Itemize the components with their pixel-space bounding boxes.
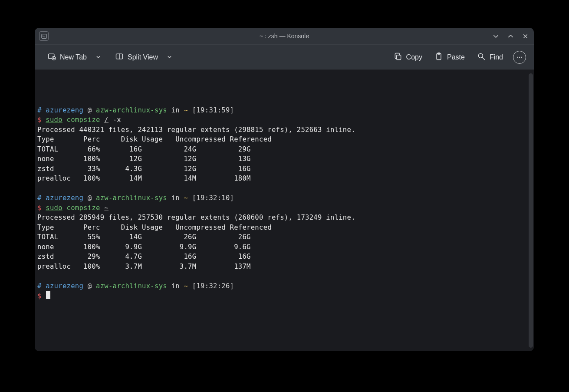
cmd-arg: ~ <box>104 204 109 212</box>
prompt-host: azw-archlinux-sys <box>96 282 167 290</box>
minimize-button[interactable] <box>491 32 500 40</box>
cmd-sudo: sudo <box>46 116 62 124</box>
output-line: zstd 29% 4.7G 16G 16G <box>37 252 531 262</box>
new-tab-icon <box>47 52 56 63</box>
svg-rect-0 <box>41 34 46 38</box>
prompt-user: azurezeng <box>46 194 83 202</box>
prompt-path: ~ <box>184 282 188 290</box>
paste-label: Paste <box>447 53 465 61</box>
cmd-arg: / <box>104 116 109 124</box>
svg-rect-5 <box>396 55 401 59</box>
copy-button[interactable]: Copy <box>389 49 427 66</box>
command-line: $ <box>37 291 531 301</box>
svg-line-9 <box>482 57 484 59</box>
copy-label: Copy <box>406 53 422 61</box>
prompt-path: ~ <box>184 106 188 114</box>
close-button[interactable] <box>521 32 530 40</box>
svg-point-8 <box>478 53 483 58</box>
maximize-button[interactable] <box>506 32 515 40</box>
terminal-view[interactable]: # azurezeng @ azw-archlinux-sys in ~ [19… <box>35 70 534 351</box>
prompt-line: # azurezeng @ azw-archlinux-sys in ~ [19… <box>37 105 531 115</box>
cmd-flags: -x <box>109 116 121 124</box>
prompt-time: [19:32:26] <box>188 282 234 290</box>
window-title: ~ : zsh — Konsole <box>35 33 534 40</box>
output-line: prealloc 100% 3.7M 3.7M 137M <box>37 262 531 272</box>
command-line: $ sudo compsize ~ <box>37 203 531 213</box>
output-line: none 100% 9.9G 9.9G 9.6G <box>37 242 531 252</box>
prompt-dollar: $ <box>37 292 42 300</box>
output-line: Processed 440321 files, 242113 regular e… <box>37 125 531 135</box>
svg-point-11 <box>519 56 520 57</box>
titlebar: ~ : zsh — Konsole <box>35 28 534 45</box>
prompt-host: azw-archlinux-sys <box>96 106 167 114</box>
output-line: prealloc 100% 14M 14M 180M <box>37 174 531 184</box>
prompt-hash: # <box>37 194 42 202</box>
prompt-user: azurezeng <box>46 106 83 114</box>
cmd-name: compsize <box>67 116 100 124</box>
scrollbar[interactable] <box>529 73 533 348</box>
cmd-sudo: sudo <box>46 204 62 212</box>
prompt-dollar: $ <box>37 204 42 212</box>
svg-point-12 <box>521 56 522 57</box>
prompt-user: azurezeng <box>46 282 83 290</box>
overflow-menu-button[interactable] <box>513 51 526 64</box>
output-line: TOTAL 55% 14G 26G 26G <box>37 232 531 242</box>
output-line: Processed 285949 files, 257530 regular e… <box>37 213 531 223</box>
find-button[interactable]: Find <box>472 49 508 66</box>
new-tab-label: New Tab <box>60 53 87 61</box>
split-view-icon <box>115 52 124 63</box>
split-view-label: Split View <box>128 53 158 61</box>
prompt-time: [19:31:59] <box>188 106 234 114</box>
prompt-hash: # <box>37 106 42 114</box>
output-line: TOTAL 66% 16G 24G 29G <box>37 145 531 155</box>
find-icon <box>477 52 486 63</box>
output-line: Type Perc Disk Usage Uncompressed Refere… <box>37 223 531 233</box>
prompt-line: # azurezeng @ azw-archlinux-sys in ~ [19… <box>37 281 531 291</box>
cmd-name: compsize <box>67 204 100 212</box>
new-tab-button[interactable]: New Tab <box>43 49 92 66</box>
split-view-button[interactable]: Split View <box>110 49 163 66</box>
output-line: none 100% 12G 12G 13G <box>37 154 531 164</box>
prompt-time: [19:32:10] <box>188 194 234 202</box>
output-line: zstd 33% 4.3G 12G 16G <box>37 164 531 174</box>
prompt-host: azw-archlinux-sys <box>96 194 167 202</box>
find-label: Find <box>490 53 503 61</box>
konsole-window: ~ : zsh — Konsole New Tab <box>35 28 534 351</box>
output-line: Type Perc Disk Usage Uncompressed Refere… <box>37 135 531 145</box>
svg-point-10 <box>517 56 518 57</box>
copy-icon <box>394 52 402 63</box>
command-line: $ sudo compsize / -x <box>37 115 531 125</box>
paste-icon <box>434 52 443 63</box>
cursor <box>46 291 50 299</box>
split-view-dropdown[interactable] <box>165 51 174 63</box>
prompt-line: # azurezeng @ azw-archlinux-sys in ~ [19… <box>37 193 531 203</box>
toolbar: New Tab Split View Copy Paste <box>35 45 534 70</box>
prompt-path: ~ <box>184 194 188 202</box>
prompt-dollar: $ <box>37 116 42 124</box>
paste-button[interactable]: Paste <box>430 49 470 66</box>
prompt-hash: # <box>37 282 42 290</box>
app-menu-icon[interactable] <box>39 31 49 41</box>
window-controls <box>491 32 530 40</box>
new-tab-dropdown[interactable] <box>94 51 102 63</box>
